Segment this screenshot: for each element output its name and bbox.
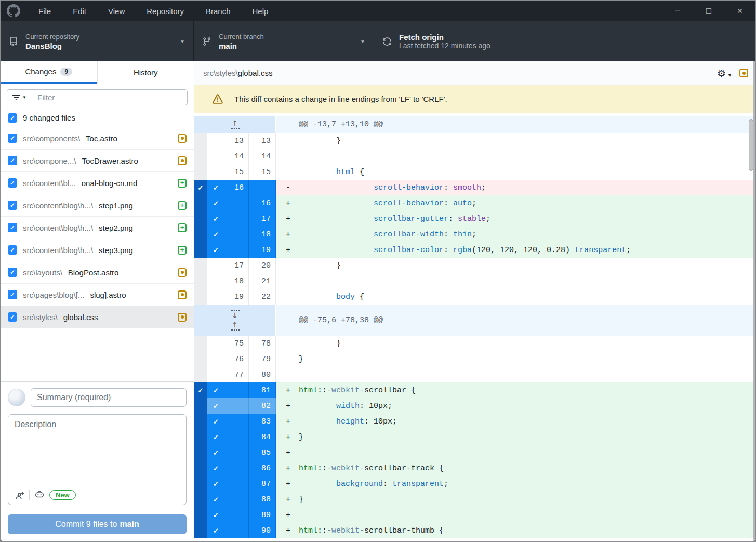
filter-input[interactable]: Filter (32, 90, 187, 105)
select-all-checkbox[interactable]: ✓ (8, 113, 17, 123)
line-checkbox-gutter[interactable]: ✓16 (207, 180, 249, 195)
hunk-expand-gutter[interactable]: ↑ (194, 116, 276, 133)
file-row[interactable]: ✓src\compone...\TocDrawer.astro (1, 149, 194, 171)
maximize-button[interactable]: ☐ (693, 1, 724, 21)
close-button[interactable]: ✕ (724, 1, 755, 21)
file-row[interactable]: ✓src\content\bl...onal-blog-cn.md (1, 171, 194, 194)
line-checkbox-gutter[interactable]: ✓ (207, 227, 249, 242)
current-repository-button[interactable]: Current repository DansBlog ▼ (1, 21, 194, 61)
hunk-select-gutter[interactable] (194, 195, 207, 211)
file-checkbox[interactable]: ✓ (8, 156, 17, 165)
hunk-select-gutter[interactable] (194, 398, 207, 414)
file-checkbox[interactable]: ✓ (8, 312, 17, 322)
line-check-icon[interactable]: ✓ (213, 433, 219, 441)
diff-scrollbar-track[interactable] (753, 61, 755, 541)
line-check-icon[interactable]: ✓ (213, 246, 219, 254)
diff-line-add[interactable]: ✓18+ scrollbar-width: thin; (194, 227, 755, 242)
diff-line-add[interactable]: ✓17+ scrollbar-gutter: stable; (194, 211, 755, 227)
line-checkbox-gutter[interactable]: ✓ (207, 195, 249, 211)
line-checkbox-gutter[interactable]: ✓ (207, 460, 249, 476)
hunk-select-gutter[interactable] (194, 429, 207, 445)
file-checkbox[interactable]: ✓ (8, 268, 17, 277)
file-row[interactable]: ✓src\content\blog\h...\step3.png (1, 239, 194, 261)
diff-line-add[interactable]: ✓86+html::-webkit-scrollbar-track { (194, 460, 755, 476)
commit-description-input[interactable]: Description New (8, 414, 187, 505)
diff-line-add[interactable]: ✓84+} (194, 429, 755, 445)
line-checkbox-gutter[interactable]: ✓ (207, 476, 249, 492)
line-check-icon[interactable]: ✓ (213, 418, 219, 426)
fetch-origin-button[interactable]: Fetch origin Last fetched 12 minutes ago (374, 21, 552, 61)
file-checkbox[interactable]: ✓ (8, 134, 17, 143)
hunk-select-gutter[interactable]: ✓ (194, 180, 207, 195)
hunk-select-gutter[interactable] (194, 460, 207, 476)
diff-options-button[interactable]: ⚙▼ (717, 68, 732, 79)
hunk-select-gutter[interactable] (194, 242, 207, 258)
hunk-select-gutter[interactable] (194, 523, 207, 538)
line-checkbox-gutter[interactable]: ✓ (207, 211, 249, 227)
line-check-icon[interactable]: ✓ (213, 402, 219, 410)
diff-line-add[interactable]: ✓✓81+html::-webkit-scrollbar { (194, 382, 755, 398)
hunk-select-gutter[interactable] (194, 492, 207, 507)
line-checkbox-gutter[interactable]: ✓ (207, 242, 249, 258)
line-check-icon[interactable]: ✓ (213, 231, 219, 239)
commit-button[interactable]: Commit 9 files to main (8, 514, 187, 534)
minimize-button[interactable]: ─ (662, 1, 693, 21)
line-checkbox-gutter[interactable]: ✓ (207, 398, 249, 414)
diff-line-del[interactable]: ✓✓16- scroll-behavior: smooth; (194, 180, 755, 195)
file-checkbox[interactable]: ✓ (8, 201, 17, 210)
expand-up-icon[interactable]: ↑ (231, 120, 240, 129)
file-checkbox[interactable]: ✓ (8, 223, 17, 232)
hunk-select-gutter[interactable] (194, 211, 207, 227)
line-checkbox-gutter[interactable]: ✓ (207, 523, 249, 538)
tab-history[interactable]: History (97, 61, 194, 84)
line-check-icon[interactable]: ✓ (213, 511, 219, 519)
file-row[interactable]: ✓src\pages\blog\[...slug].astro (1, 283, 194, 306)
hunk-select-gutter[interactable] (194, 414, 207, 429)
diff-line-add[interactable]: ✓16+ scroll-behavior: auto; (194, 195, 755, 211)
diff-line-add[interactable]: ✓87+ background: transparent; (194, 476, 755, 492)
line-checkbox-gutter[interactable]: ✓ (207, 507, 249, 523)
diff-line-add[interactable]: ✓89+ (194, 507, 755, 523)
hunk-select-gutter[interactable] (194, 476, 207, 492)
file-row[interactable]: ✓src\content\blog\h...\step2.png (1, 216, 194, 239)
file-row[interactable]: ✓src\styles\global.css (1, 306, 194, 328)
diff-line-add[interactable]: ✓83+ height: 10px; (194, 414, 755, 429)
line-check-icon[interactable]: ✓ (213, 527, 219, 535)
file-checkbox[interactable]: ✓ (8, 178, 17, 188)
menu-repository[interactable]: Repository (136, 1, 195, 21)
select-all-files-row[interactable]: ✓ 9 changed files (1, 111, 194, 127)
diff-scrollbar-thumb[interactable] (749, 119, 753, 171)
line-checkbox-gutter[interactable]: ✓ (207, 492, 249, 507)
commit-summary-input[interactable]: Summary (required) (31, 388, 187, 407)
file-checkbox[interactable]: ✓ (8, 245, 17, 255)
menu-help[interactable]: Help (242, 1, 280, 21)
menu-view[interactable]: View (97, 1, 136, 21)
file-row[interactable]: ✓src\layouts\BlogPost.astro (1, 261, 194, 283)
line-check-icon[interactable]: ✓ (213, 215, 219, 223)
diff-line-add[interactable]: ✓85+ (194, 445, 755, 460)
diff-line-add[interactable]: ✓82+ width: 10px; (194, 398, 755, 414)
file-row[interactable]: ✓src\components\Toc.astro (1, 127, 194, 149)
hunk-select-gutter[interactable]: ✓ (194, 382, 207, 398)
line-check-icon[interactable]: ✓ (213, 449, 219, 457)
copilot-icon[interactable] (35, 490, 44, 499)
add-coauthor-icon[interactable] (15, 490, 24, 499)
line-check-icon[interactable]: ✓ (213, 200, 219, 207)
line-checkbox-gutter[interactable]: ✓ (207, 429, 249, 445)
menu-branch[interactable]: Branch (195, 1, 242, 21)
current-branch-button[interactable]: Current branch main ▼ (194, 21, 374, 61)
line-checkbox-gutter[interactable]: ✓ (207, 414, 249, 429)
line-check-icon[interactable]: ✓ (213, 480, 219, 488)
diff-line-add[interactable]: ✓90+html::-webkit-scrollbar-thumb { (194, 523, 755, 538)
menu-edit[interactable]: Edit (62, 1, 97, 21)
expand-down-icon[interactable]: ↓ (231, 309, 240, 319)
line-check-icon[interactable]: ✓ (213, 465, 219, 472)
hunk-expand-gutter[interactable]: ↓↑ (194, 305, 276, 336)
line-check-icon[interactable]: ✓ (213, 387, 219, 394)
hunk-select-gutter[interactable] (194, 227, 207, 242)
diff-line-add[interactable]: ✓19+ scrollbar-color: rgba(120, 120, 120… (194, 242, 755, 258)
line-check-icon[interactable]: ✓ (213, 496, 219, 504)
file-checkbox[interactable]: ✓ (8, 290, 17, 299)
hunk-select-gutter[interactable] (194, 507, 207, 523)
hunk-select-gutter[interactable] (194, 445, 207, 460)
